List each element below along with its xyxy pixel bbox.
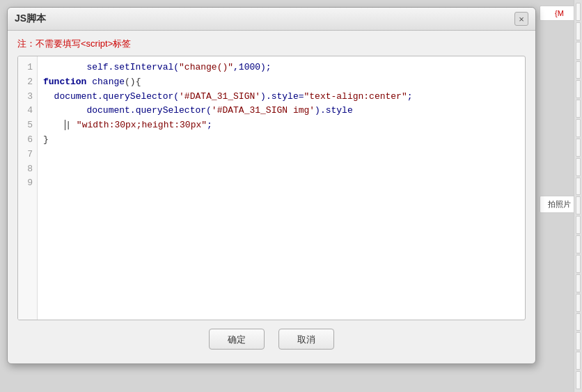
confirm-button[interactable]: 确定	[209, 329, 265, 350]
strip-18	[576, 332, 581, 350]
strip-12	[576, 216, 581, 234]
strip-11	[576, 196, 581, 214]
strip-13	[576, 235, 581, 253]
line-num-9: 9	[24, 176, 33, 191]
dialog-title: JS脚本	[15, 13, 46, 25]
strip-15	[576, 274, 581, 292]
strip-5	[576, 80, 581, 98]
strip-8	[576, 139, 581, 157]
line-num-5: 5	[24, 118, 33, 133]
strip-9	[576, 158, 581, 176]
strip-10	[576, 178, 581, 196]
strip-17	[576, 313, 581, 331]
strip-4	[576, 61, 581, 79]
overlay: {M 拍照片 JS脚本 × 注：不需要填写<scri	[0, 0, 582, 392]
strip-16	[576, 294, 581, 312]
close-button[interactable]: ×	[514, 12, 528, 26]
right-strip	[574, 0, 582, 392]
line-num-6: 6	[24, 133, 33, 148]
strip-6	[576, 100, 581, 118]
dialog-body: 注：不需要填写<script>标签 1 2 3 4 5 6 7 8 9 self…	[8, 31, 535, 363]
js-script-dialog: JS脚本 × 注：不需要填写<script>标签 1 2 3 4 5 6 7 8…	[7, 7, 536, 364]
line-num-1: 1	[24, 61, 33, 75]
code-content[interactable]: self.setInterval("change()",1000); funct…	[38, 56, 525, 320]
strip-14	[576, 255, 581, 273]
strip-20	[576, 371, 581, 389]
cancel-button[interactable]: 取消	[278, 329, 334, 350]
dialog-titlebar: JS脚本 ×	[8, 8, 535, 31]
line-num-2: 2	[24, 75, 33, 90]
warning-text: 注：不需要填写<script>标签	[17, 38, 526, 50]
code-editor[interactable]: 1 2 3 4 5 6 7 8 9 self.setInterval("chan…	[17, 56, 526, 320]
line-num-7: 7	[24, 148, 33, 162]
strip-2	[576, 22, 581, 40]
line-num-4: 4	[24, 104, 33, 118]
dialog-footer: 确定 取消	[17, 320, 526, 354]
line-num-8: 8	[24, 162, 33, 177]
line-num-3: 3	[24, 90, 33, 104]
strip-1	[576, 3, 581, 21]
strip-3	[576, 42, 581, 60]
line-numbers: 1 2 3 4 5 6 7 8 9	[18, 56, 38, 320]
strip-7	[576, 119, 581, 137]
strip-19	[576, 352, 581, 370]
